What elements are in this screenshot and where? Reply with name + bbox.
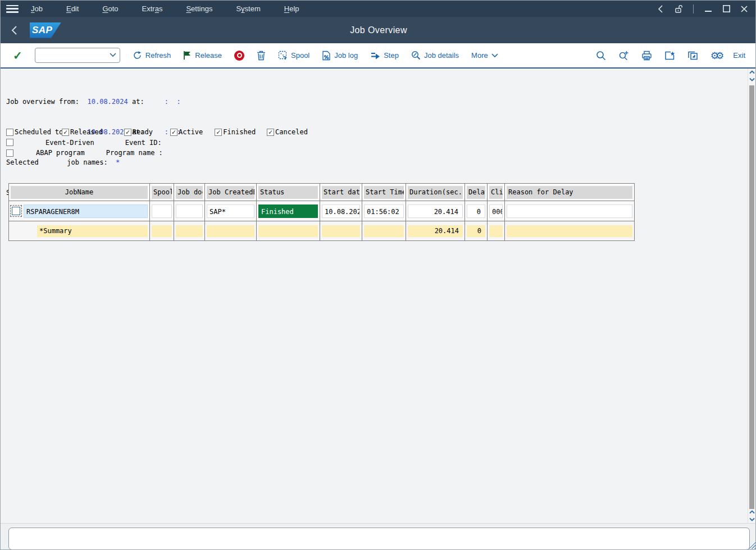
col-header-jobname[interactable]: JobName	[9, 184, 150, 201]
chevron-down-icon[interactable]	[110, 53, 116, 57]
exit-button[interactable]: Exit	[733, 51, 745, 60]
release-button[interactable]: Release	[183, 51, 222, 60]
menu-extras[interactable]: Extras	[140, 4, 165, 13]
col-header-status[interactable]: Status	[257, 184, 320, 201]
search-icon[interactable]	[596, 51, 606, 61]
hamburger-menu-icon[interactable]	[6, 5, 19, 13]
checkbox-abap-program[interactable]: ABAP program	[6, 148, 85, 158]
finished-checkbox-icon[interactable]	[215, 129, 222, 136]
checkbox-finished[interactable]: Finished	[215, 127, 256, 138]
release-label: Release	[195, 51, 222, 60]
scroll-down-icon[interactable]	[748, 516, 756, 523]
col-header-cli[interactable]: Cli	[488, 184, 505, 201]
table-row[interactable]: RSPARAGENER8M SAP* Finished 10.08.2024 0…	[9, 201, 634, 221]
checkbox-released[interactable]: Released	[62, 127, 103, 138]
ready-checkbox-icon[interactable]	[124, 129, 131, 136]
checkbox-canceled[interactable]: Canceled	[267, 127, 308, 138]
minimize-icon[interactable]	[703, 3, 714, 15]
vertical-scrollbar[interactable]	[748, 69, 755, 524]
summary-row: *Summary 20.414 0	[9, 221, 634, 240]
job-overview-content: Job overview from: 10.08.2024 at: : : to…	[1, 69, 749, 524]
job-log-button[interactable]: Job log	[322, 51, 358, 61]
col-header-delay[interactable]: Delay	[465, 184, 488, 201]
col-header-start-time[interactable]: Start Time	[362, 184, 406, 201]
col-header-reason[interactable]: Reason for Delay	[505, 184, 634, 201]
row-select-checkbox[interactable]	[12, 207, 20, 215]
col-header-start-date[interactable]: Start date	[320, 184, 362, 201]
cell-reason	[505, 201, 634, 221]
active-checkbox-icon[interactable]	[170, 129, 177, 136]
job-details-magnifier-icon	[411, 51, 421, 60]
new-session-window-icon[interactable]	[687, 51, 698, 61]
event-id-label: Event ID:	[125, 138, 162, 148]
spool-button[interactable]: Spool	[278, 51, 309, 60]
col-header-duration[interactable]: Duration(sec.)	[406, 184, 465, 201]
cell-spool	[150, 201, 174, 221]
menu-goto[interactable]: Goto	[100, 4, 120, 13]
released-checkbox-icon[interactable]	[62, 129, 69, 136]
scroll-down-icon[interactable]	[748, 76, 755, 83]
checkbox-ready[interactable]: Ready	[124, 127, 153, 138]
canceled-checkbox-icon[interactable]	[267, 129, 274, 136]
menu-job[interactable]: Job	[29, 4, 45, 13]
print-icon[interactable]	[641, 51, 652, 61]
event-driven-checkbox-icon[interactable]	[6, 139, 13, 146]
settings-gears-icon[interactable]: ⚙⚙	[711, 50, 721, 61]
window-controls	[655, 3, 756, 15]
cell-job-doc	[174, 201, 205, 221]
cell-start-time: 01:56:02	[362, 201, 406, 221]
menu-help[interactable]: Help	[282, 4, 302, 13]
history-back-icon[interactable]	[655, 3, 666, 15]
checkbox-scheduled[interactable]: Scheduled	[6, 127, 51, 138]
command-input[interactable]	[35, 48, 141, 62]
spool-icon	[278, 51, 288, 60]
scroll-up-icon[interactable]	[748, 69, 755, 76]
status-message-field[interactable]	[8, 528, 750, 550]
enter-check-icon[interactable]: ✓	[13, 49, 22, 62]
scheduled-checkbox-icon[interactable]	[6, 129, 13, 136]
job-details-label: Job details	[424, 51, 459, 60]
step-button[interactable]: Step	[370, 51, 399, 60]
cell-status: Finished	[257, 201, 320, 221]
more-button[interactable]: More	[471, 51, 498, 60]
checkbox-event-driven[interactable]: Event-Driven	[6, 138, 94, 148]
maximize-icon[interactable]	[721, 3, 732, 15]
scroll-up-icon[interactable]	[748, 508, 756, 516]
col-header-job-createdb[interactable]: Job CreatedB	[205, 184, 257, 201]
job-details-button[interactable]: Job details	[411, 51, 459, 60]
menu-edit[interactable]: Edit	[64, 4, 81, 13]
refresh-label: Refresh	[145, 51, 171, 60]
status-filters: Scheduled Released Ready Active Finished…	[6, 127, 308, 158]
overview-line-from: Job overview from: 10.08.2024 at: : :	[6, 97, 181, 107]
table-header-row: JobName Spool Job doc Job CreatedB Statu…	[9, 184, 634, 201]
unlocked-padlock-icon[interactable]	[673, 3, 684, 15]
filter-row-event: Event-Driven Event ID:	[6, 138, 308, 148]
stop-icon[interactable]	[234, 51, 244, 61]
abap-program-checkbox-icon[interactable]	[6, 149, 13, 157]
close-icon[interactable]	[739, 3, 750, 15]
filter-row-abap: ABAP program Program name :	[6, 148, 308, 158]
menu-system[interactable]: System	[234, 4, 262, 13]
col-header-spool[interactable]: Spool	[150, 184, 174, 201]
spool-label: Spool	[291, 51, 309, 60]
scrollbar-thumb[interactable]	[749, 85, 754, 509]
col-header-job-doc[interactable]: Job doc	[174, 184, 205, 201]
search-next-icon[interactable]	[618, 51, 629, 61]
status-badge: Finished	[258, 204, 318, 218]
cell-start-date: 10.08.2024	[320, 201, 362, 221]
cell-jobname: RSPARAGENER8M	[9, 201, 150, 221]
new-favorite-window-icon[interactable]	[664, 51, 675, 61]
delete-trash-icon[interactable]	[257, 51, 266, 61]
cell-duration: 20.414	[406, 201, 465, 221]
step-label: Step	[384, 51, 399, 60]
job-log-label: Job log	[334, 51, 358, 60]
checkbox-active[interactable]: Active	[170, 127, 203, 138]
cell-created-by: SAP*	[205, 201, 257, 221]
chevron-down-icon	[491, 53, 498, 58]
menu-settings[interactable]: Settings	[184, 4, 215, 13]
cell-delay: 0	[465, 201, 488, 221]
command-combobox[interactable]	[35, 48, 120, 63]
jobname-value[interactable]: RSPARAGENER8M	[24, 204, 148, 218]
summary-label-cell: *Summary	[9, 221, 150, 240]
summary-delay-cell: 0	[465, 221, 488, 240]
